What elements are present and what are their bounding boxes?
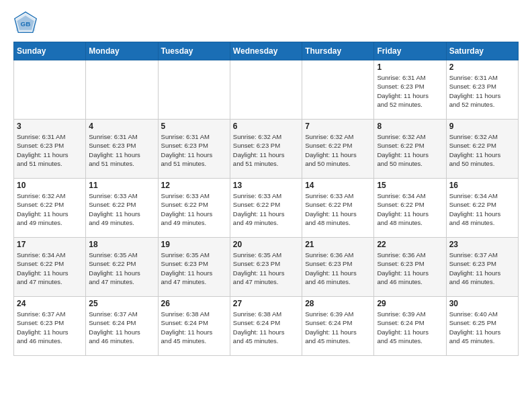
page: GB SundayMondayTuesdayWednesdayThursdayF… [0, 0, 532, 369]
calendar-cell: 26Sunrise: 6:38 AM Sunset: 6:24 PM Dayli… [158, 297, 230, 356]
day-info: Sunrise: 6:31 AM Sunset: 6:23 PM Dayligh… [17, 132, 83, 168]
day-info: Sunrise: 6:37 AM Sunset: 6:23 PM Dayligh… [449, 250, 515, 286]
day-info: Sunrise: 6:34 AM Sunset: 6:22 PM Dayligh… [17, 250, 83, 286]
day-number: 10 [17, 181, 83, 190]
day-info: Sunrise: 6:38 AM Sunset: 6:24 PM Dayligh… [233, 310, 299, 345]
weekday-saturday: Saturday [446, 42, 518, 60]
calendar-row-3: 17Sunrise: 6:34 AM Sunset: 6:22 PM Dayli… [14, 238, 519, 297]
svg-text:GB: GB [21, 20, 31, 28]
calendar-cell: 4Sunrise: 6:31 AM Sunset: 6:23 PM Daylig… [86, 120, 158, 179]
calendar-cell: 30Sunrise: 6:40 AM Sunset: 6:25 PM Dayli… [446, 297, 518, 356]
day-number: 15 [377, 181, 443, 190]
day-number: 6 [233, 122, 299, 131]
day-info: Sunrise: 6:32 AM Sunset: 6:23 PM Dayligh… [233, 132, 299, 168]
day-info: Sunrise: 6:33 AM Sunset: 6:22 PM Dayligh… [233, 191, 299, 227]
day-info: Sunrise: 6:32 AM Sunset: 6:22 PM Dayligh… [449, 132, 515, 168]
day-number: 14 [305, 181, 371, 190]
day-number: 27 [233, 299, 299, 308]
calendar-cell: 10Sunrise: 6:32 AM Sunset: 6:22 PM Dayli… [14, 179, 86, 238]
day-info: Sunrise: 6:31 AM Sunset: 6:23 PM Dayligh… [449, 73, 515, 109]
calendar-cell: 13Sunrise: 6:33 AM Sunset: 6:22 PM Dayli… [230, 179, 302, 238]
day-info: Sunrise: 6:35 AM Sunset: 6:23 PM Dayligh… [233, 250, 299, 286]
calendar-row-4: 24Sunrise: 6:37 AM Sunset: 6:23 PM Dayli… [14, 297, 519, 356]
calendar-cell: 1Sunrise: 6:31 AM Sunset: 6:23 PM Daylig… [374, 60, 446, 120]
day-number: 30 [449, 299, 515, 308]
day-info: Sunrise: 6:37 AM Sunset: 6:23 PM Dayligh… [17, 310, 83, 345]
calendar-cell [86, 60, 158, 120]
day-number: 18 [89, 240, 154, 249]
calendar-cell: 19Sunrise: 6:35 AM Sunset: 6:23 PM Dayli… [158, 238, 230, 297]
calendar-cell: 2Sunrise: 6:31 AM Sunset: 6:23 PM Daylig… [446, 60, 518, 120]
calendar-cell [230, 60, 302, 120]
calendar-cell: 23Sunrise: 6:37 AM Sunset: 6:23 PM Dayli… [446, 238, 518, 297]
header: GB [13, 11, 519, 35]
day-number: 8 [377, 122, 443, 131]
day-info: Sunrise: 6:32 AM Sunset: 6:22 PM Dayligh… [377, 132, 443, 168]
day-info: Sunrise: 6:33 AM Sunset: 6:22 PM Dayligh… [305, 191, 371, 227]
day-number: 5 [161, 122, 227, 131]
calendar-cell: 24Sunrise: 6:37 AM Sunset: 6:23 PM Dayli… [14, 297, 86, 356]
day-number: 25 [89, 299, 154, 308]
weekday-thursday: Thursday [302, 42, 374, 60]
day-info: Sunrise: 6:31 AM Sunset: 6:23 PM Dayligh… [161, 132, 227, 168]
day-number: 19 [161, 240, 227, 249]
weekday-tuesday: Tuesday [158, 42, 230, 60]
day-info: Sunrise: 6:35 AM Sunset: 6:22 PM Dayligh… [89, 250, 154, 286]
calendar-cell: 21Sunrise: 6:36 AM Sunset: 6:23 PM Dayli… [302, 238, 374, 297]
day-number: 4 [89, 122, 154, 131]
calendar-cell: 9Sunrise: 6:32 AM Sunset: 6:22 PM Daylig… [446, 120, 518, 179]
day-info: Sunrise: 6:34 AM Sunset: 6:22 PM Dayligh… [449, 191, 515, 227]
day-info: Sunrise: 6:34 AM Sunset: 6:22 PM Dayligh… [377, 191, 443, 227]
calendar-cell: 17Sunrise: 6:34 AM Sunset: 6:22 PM Dayli… [14, 238, 86, 297]
day-info: Sunrise: 6:33 AM Sunset: 6:22 PM Dayligh… [161, 191, 227, 227]
weekday-wednesday: Wednesday [230, 42, 302, 60]
calendar-cell [302, 60, 374, 120]
day-info: Sunrise: 6:39 AM Sunset: 6:24 PM Dayligh… [377, 310, 443, 345]
day-info: Sunrise: 6:36 AM Sunset: 6:23 PM Dayligh… [305, 250, 371, 286]
day-number: 12 [161, 181, 227, 190]
logo-icon: GB [13, 11, 38, 35]
calendar-cell: 27Sunrise: 6:38 AM Sunset: 6:24 PM Dayli… [230, 297, 302, 356]
day-number: 26 [161, 299, 227, 308]
day-number: 3 [17, 122, 83, 131]
calendar-row-1: 3Sunrise: 6:31 AM Sunset: 6:23 PM Daylig… [14, 120, 519, 179]
calendar-cell: 11Sunrise: 6:33 AM Sunset: 6:22 PM Dayli… [86, 179, 158, 238]
calendar-cell: 16Sunrise: 6:34 AM Sunset: 6:22 PM Dayli… [446, 179, 518, 238]
calendar-cell: 15Sunrise: 6:34 AM Sunset: 6:22 PM Dayli… [374, 179, 446, 238]
day-number: 16 [449, 181, 515, 190]
day-number: 1 [377, 62, 443, 72]
calendar-row-2: 10Sunrise: 6:32 AM Sunset: 6:22 PM Dayli… [14, 179, 519, 238]
calendar: SundayMondayTuesdayWednesdayThursdayFrid… [13, 42, 519, 356]
day-info: Sunrise: 6:31 AM Sunset: 6:23 PM Dayligh… [89, 132, 154, 168]
day-info: Sunrise: 6:38 AM Sunset: 6:24 PM Dayligh… [161, 310, 227, 345]
weekday-sunday: Sunday [14, 42, 86, 60]
calendar-cell: 29Sunrise: 6:39 AM Sunset: 6:24 PM Dayli… [374, 297, 446, 356]
calendar-cell: 22Sunrise: 6:36 AM Sunset: 6:23 PM Dayli… [374, 238, 446, 297]
day-number: 28 [305, 299, 371, 308]
calendar-cell: 6Sunrise: 6:32 AM Sunset: 6:23 PM Daylig… [230, 120, 302, 179]
day-number: 21 [305, 240, 371, 249]
day-info: Sunrise: 6:33 AM Sunset: 6:22 PM Dayligh… [89, 191, 154, 227]
calendar-cell [14, 60, 86, 120]
calendar-cell: 25Sunrise: 6:37 AM Sunset: 6:24 PM Dayli… [86, 297, 158, 356]
weekday-monday: Monday [86, 42, 158, 60]
calendar-cell: 8Sunrise: 6:32 AM Sunset: 6:22 PM Daylig… [374, 120, 446, 179]
weekday-header-row: SundayMondayTuesdayWednesdayThursdayFrid… [14, 42, 519, 60]
day-info: Sunrise: 6:32 AM Sunset: 6:22 PM Dayligh… [17, 191, 83, 227]
day-number: 13 [233, 181, 299, 190]
day-number: 24 [17, 299, 83, 308]
day-number: 11 [89, 181, 154, 190]
weekday-friday: Friday [374, 42, 446, 60]
day-number: 7 [305, 122, 371, 131]
calendar-cell: 20Sunrise: 6:35 AM Sunset: 6:23 PM Dayli… [230, 238, 302, 297]
logo: GB [13, 11, 40, 35]
day-info: Sunrise: 6:36 AM Sunset: 6:23 PM Dayligh… [377, 250, 443, 286]
day-number: 9 [449, 122, 515, 131]
calendar-cell: 5Sunrise: 6:31 AM Sunset: 6:23 PM Daylig… [158, 120, 230, 179]
day-info: Sunrise: 6:32 AM Sunset: 6:22 PM Dayligh… [305, 132, 371, 168]
calendar-cell: 12Sunrise: 6:33 AM Sunset: 6:22 PM Dayli… [158, 179, 230, 238]
calendar-cell [158, 60, 230, 120]
day-number: 17 [17, 240, 83, 249]
day-info: Sunrise: 6:39 AM Sunset: 6:24 PM Dayligh… [305, 310, 371, 345]
day-number: 29 [377, 299, 443, 308]
